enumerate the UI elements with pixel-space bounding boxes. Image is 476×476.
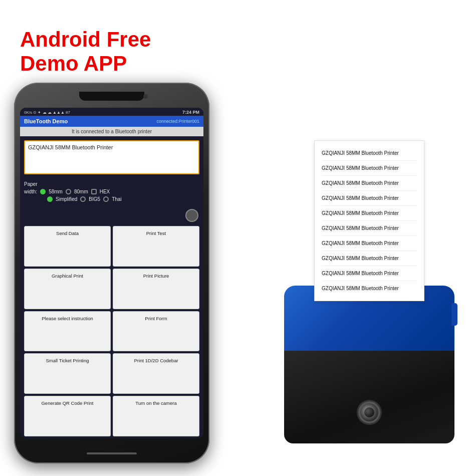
app-header-connected: connected:Printer001 (156, 119, 199, 124)
radio-thai[interactable] (103, 196, 109, 202)
title-line1: Android Free (20, 28, 151, 52)
paper-row3: Simplified BIG5 Thai (24, 196, 199, 202)
label-big5: BIG5 (89, 196, 100, 202)
paper-line-3: GZQIANJI 58MM Bluetooth Printer (322, 176, 417, 191)
paper-line-4: GZQIANJI 58MM Bluetooth Printer (322, 191, 417, 206)
home-bar (87, 452, 137, 454)
scroll-area (20, 207, 203, 224)
paper-line-8: GZQIANJI 58MM Bluetooth Printer (322, 251, 417, 266)
phone-mockup: 0K/s ⊙ ✦ ☁ ☁ ▲▲▲ 87 7:24 PM BlueTooth De… (14, 83, 209, 463)
btn-print-picture[interactable]: Print Picture (113, 269, 199, 309)
phone-camera (143, 94, 148, 99)
printer-wrapper: GZQIANJI 58MM Bluetooth Printer GZQIANJI… (272, 140, 467, 441)
btn-select-instruction[interactable]: Please select instruction (24, 311, 111, 352)
printer-body (284, 286, 454, 441)
btn-generate-qr[interactable]: Generate QR Code Print (24, 396, 111, 436)
paper-section: Paper width: 58mm 80mm HEX Simplified (20, 178, 203, 207)
paper-line-9: GZQIANJI 58MM Bluetooth Printer (322, 266, 417, 281)
label-80mm: 80mm (74, 189, 88, 194)
printer-lens-inner (364, 407, 374, 417)
btn-print-form[interactable]: Print Form (113, 311, 199, 352)
radio-big5[interactable] (80, 196, 86, 202)
paper-line-5: GZQIANJI 58MM Bluetooth Printer (322, 206, 417, 221)
app-header-title: BlueTooth Demo (24, 118, 68, 124)
width-label: width: (24, 189, 37, 194)
label-hex: HEX (100, 189, 110, 194)
label-58mm: 58mm (49, 189, 63, 194)
radio-58mm[interactable] (40, 189, 46, 194)
radio-80mm[interactable] (66, 189, 71, 194)
radio-hex[interactable] (91, 189, 97, 194)
phone-outer: 0K/s ⊙ ✦ ☁ ☁ ▲▲▲ 87 7:24 PM BlueTooth De… (14, 83, 209, 463)
printer-bottom (284, 351, 454, 443)
printer-side-button[interactable] (451, 303, 457, 326)
paper-line-10: GZQIANJI 58MM Bluetooth Printer (322, 281, 417, 296)
paper-row1: Paper (24, 181, 199, 187)
label-thai: Thai (112, 196, 121, 202)
paper-row2: width: 58mm 80mm HEX (24, 189, 199, 194)
paper-line-1: GZQIANJI 58MM Bluetooth Printer (322, 146, 417, 161)
printer-lens (358, 401, 380, 423)
paper-label: Paper (24, 181, 38, 187)
phone-screen: 0K/s ⊙ ✦ ☁ ☁ ▲▲▲ 87 7:24 PM BlueTooth De… (20, 108, 203, 438)
title-line2: Demo APP (20, 52, 151, 76)
status-right: 7:24 PM (182, 110, 199, 115)
btn-small-ticket[interactable]: Small Ticket Printing (24, 353, 111, 394)
button-grid: Send Data Print Test Graphical Print Pri… (20, 224, 203, 438)
label-simplified: Simplified (56, 196, 77, 202)
paper-line-7: GZQIANJI 58MM Bluetooth Printer (322, 236, 417, 251)
btn-turn-on-camera[interactable]: Turn on the camera (113, 396, 199, 436)
phone-notch (79, 92, 144, 101)
scroll-dot[interactable] (185, 209, 198, 222)
text-input-area[interactable]: GZQIANJI 58MM Bluetooth Printer (24, 140, 199, 174)
app-header: BlueTooth Demo connected:Printer001 (20, 116, 203, 127)
paper-line-6: GZQIANJI 58MM Bluetooth Printer (322, 221, 417, 236)
paper-line-2: GZQIANJI 58MM Bluetooth Printer (322, 161, 417, 176)
btn-print-test[interactable]: Print Test (113, 226, 199, 267)
radio-simplified[interactable] (47, 196, 53, 202)
connected-banner: It is connected to a Bluetooth printer (20, 127, 203, 136)
status-left: 0K/s ⊙ ✦ ☁ ☁ ▲▲▲ 87 (24, 110, 70, 115)
title-section: Android Free Demo APP (20, 28, 151, 76)
printer-paper: GZQIANJI 58MM Bluetooth Printer GZQIANJI… (314, 140, 424, 301)
btn-print-codebar[interactable]: Print 1D/2D Codebar (113, 353, 199, 394)
status-bar: 0K/s ⊙ ✦ ☁ ☁ ▲▲▲ 87 7:24 PM (20, 108, 203, 116)
btn-send-data[interactable]: Send Data (24, 226, 111, 267)
btn-graphical-print[interactable]: Graphical Print (24, 269, 111, 309)
